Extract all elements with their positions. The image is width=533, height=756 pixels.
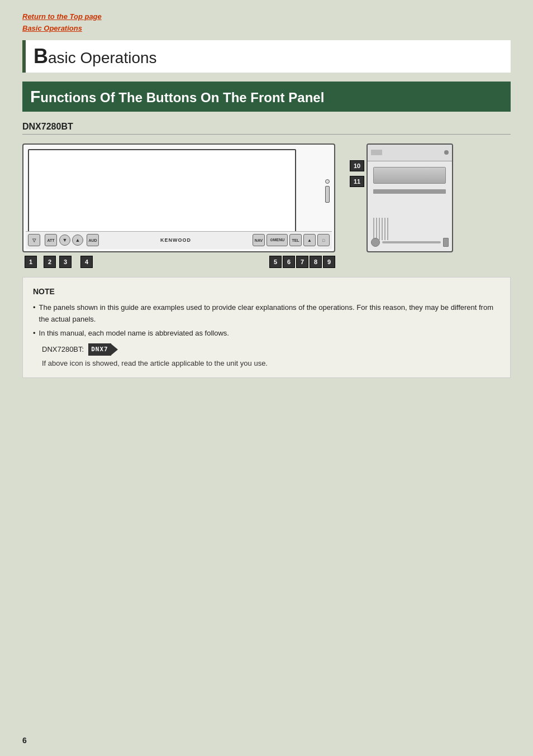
num-label-11: 11 bbox=[350, 176, 364, 187]
right-buttons bbox=[324, 149, 331, 233]
side-device bbox=[367, 143, 453, 252]
note-text-1: The panels shown in this guide are examp… bbox=[39, 302, 500, 326]
btn-vol-up[interactable]: ▲ bbox=[72, 235, 83, 246]
diagram-area: ▽ ATT ▼ ▲ AUD bbox=[22, 143, 511, 268]
num-label-8: 8 bbox=[310, 256, 322, 268]
page-title-rest: asic Operations bbox=[48, 49, 157, 66]
num-label-6: 6 bbox=[283, 256, 295, 268]
num-label-9: 9 bbox=[323, 256, 335, 268]
note-title: NOTE bbox=[33, 285, 500, 298]
page-number: 6 bbox=[22, 736, 27, 745]
note-bullet-2: • In this manual, each model name is abb… bbox=[33, 328, 500, 339]
model-label: DNX7280BT: bbox=[42, 344, 84, 356]
section-header: Functions Of The Buttons On The Front Pa… bbox=[22, 82, 511, 112]
page-title-first-letter: B bbox=[34, 45, 48, 68]
num-label-3: 3 bbox=[59, 256, 72, 268]
side-slot bbox=[373, 189, 446, 194]
bullet-symbol-2: • bbox=[33, 328, 36, 339]
btn-power-icon[interactable]: ▽ bbox=[28, 234, 40, 246]
btn-aud[interactable]: AUD bbox=[87, 234, 99, 246]
page-title-wrapper: Basic Operations bbox=[22, 40, 511, 73]
btn-eject[interactable]: ▲ bbox=[303, 234, 316, 246]
section-title-rest: unctions Of The Buttons On The Front Pan… bbox=[40, 90, 324, 105]
btn-tel[interactable]: TEL bbox=[289, 234, 302, 246]
bullet-symbol-1: • bbox=[33, 302, 36, 326]
breadcrumb-link-basic[interactable]: Basic Operations bbox=[22, 24, 82, 32]
side-tray bbox=[373, 167, 446, 184]
note-bullet-1: • The panels shown in this guide are exa… bbox=[33, 302, 500, 326]
button-row: ▽ ATT ▼ ▲ AUD bbox=[26, 231, 332, 249]
num-label-7: 7 bbox=[296, 256, 308, 268]
btn-nav[interactable]: NAV bbox=[253, 234, 265, 246]
num-label-10: 10 bbox=[350, 160, 364, 171]
number-labels: 1 2 3 4 5 6 7 8 9 bbox=[22, 256, 335, 268]
note-icon-note: If above icon is showed, read the articl… bbox=[33, 358, 500, 370]
btn-panel[interactable]: □ bbox=[317, 234, 330, 246]
section-title-first-letter: F bbox=[30, 87, 40, 106]
dnx-arrow-icon bbox=[111, 344, 118, 355]
section-title: Functions Of The Buttons On The Front Pa… bbox=[30, 87, 324, 106]
subsection-title: DNX7280BT bbox=[22, 122, 511, 135]
note-text-2: In this manual, each model name is abbre… bbox=[39, 328, 229, 339]
note-model-row: DNX7280BT: DNX7 bbox=[33, 343, 500, 356]
page-title: Basic Operations bbox=[34, 45, 157, 68]
breadcrumb: Return to the Top page Basic Operations bbox=[22, 11, 511, 35]
dnx-badge: DNX7 bbox=[88, 343, 111, 356]
num-label-2: 2 bbox=[44, 256, 56, 268]
num-label-1: 1 bbox=[25, 256, 37, 268]
breadcrumb-link-top[interactable]: Return to the Top page bbox=[22, 12, 102, 21]
num-label-5: 5 bbox=[269, 256, 282, 268]
device-drawing: ▽ ATT ▼ ▲ AUD bbox=[22, 143, 335, 252]
btn-vol-down[interactable]: ▼ bbox=[59, 235, 70, 246]
num-label-4: 4 bbox=[80, 256, 93, 268]
front-panel: ▽ ATT ▼ ▲ AUD bbox=[22, 143, 335, 268]
brand-label: KENWOOD bbox=[100, 237, 251, 243]
side-panel-wrapper: 10 11 bbox=[344, 143, 434, 252]
device-screen bbox=[28, 149, 296, 233]
btn-menu[interactable]: ⊙MENU bbox=[266, 234, 288, 246]
btn-att[interactable]: ATT bbox=[45, 234, 57, 246]
note-box: NOTE • The panels shown in this guide ar… bbox=[22, 277, 511, 378]
